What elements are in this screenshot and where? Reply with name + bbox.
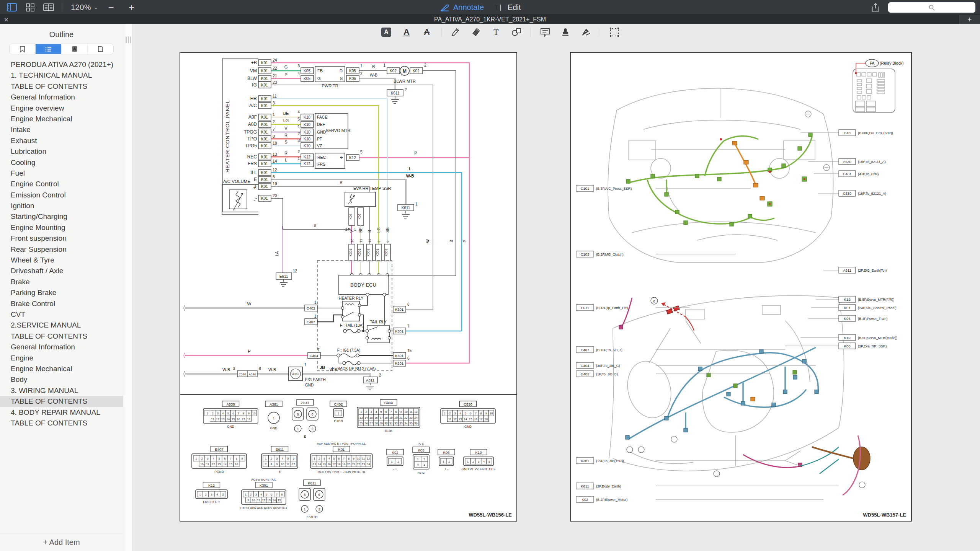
svg-text:REC FRS TP05 + - BLW VM IG: REC FRS TP05 + - BLW VM IG +B	[318, 470, 365, 474]
sidebar-item[interactable]: 3. WIRING MANUAL	[0, 385, 123, 396]
zoom-level-dropdown[interactable]: 120% ⌄	[71, 3, 98, 12]
sidebar-item[interactable]: Engine	[0, 353, 123, 364]
sidebar-item[interactable]: General Information	[0, 92, 123, 103]
pencil-tool-icon[interactable]	[449, 26, 462, 38]
sidebar-item[interactable]: Wheel & Tyre	[0, 255, 123, 266]
svg-text:14: 14	[273, 159, 277, 163]
tab-outline[interactable]	[36, 44, 62, 54]
sidebar-item[interactable]: 1. TECHNICAL MANUAL	[0, 70, 123, 81]
sidebar-item[interactable]: TABLE OF CONTENTS	[0, 331, 123, 342]
annotate-mode-button[interactable]: Annotate	[440, 3, 484, 12]
svg-text:(24P,A/C_Control_Panel): (24P,A/C_Control_Panel)	[858, 306, 896, 310]
zoom-in-button[interactable]: +	[124, 2, 139, 13]
tab-annotations[interactable]: A	[62, 44, 88, 54]
underline-tool[interactable]: A	[400, 26, 413, 38]
sidebar-item[interactable]: Lubrication	[0, 146, 123, 157]
sidebar-item[interactable]: TABLE OF CONTENTS	[0, 418, 123, 429]
sidebar-item[interactable]: Intake	[0, 124, 123, 135]
new-tab-button[interactable]: +	[959, 15, 980, 24]
sidebar-item[interactable]: Engine Mounting	[0, 222, 123, 233]
svg-text:M: M	[403, 68, 407, 74]
sidebar-item[interactable]: Engine Mechanical	[0, 114, 123, 124]
svg-text:K02: K02	[582, 497, 588, 502]
signature-tool-icon[interactable]	[580, 26, 592, 38]
pinout-connector: A6116162E	[292, 399, 318, 439]
shapes-tool-icon[interactable]	[510, 26, 523, 38]
search-input[interactable]	[888, 2, 975, 13]
svg-text:(Relay Block): (Relay Block)	[880, 61, 903, 65]
comment-tool-icon[interactable]	[539, 26, 551, 38]
svg-text:C402: C402	[334, 402, 343, 406]
close-tab-button[interactable]: ✕	[4, 17, 9, 23]
svg-text:A0D: A0D	[248, 122, 257, 127]
sidebar-item[interactable]: Parking Brake	[0, 287, 123, 298]
svg-text:K10: K10	[844, 336, 851, 340]
stamp-tool-icon[interactable]	[559, 26, 572, 38]
sidebar-item[interactable]: Engine overview	[0, 103, 123, 114]
sidebar-item[interactable]: Ignition	[0, 201, 123, 211]
sidebar-item[interactable]: Exhaust	[0, 135, 123, 146]
svg-text:3: 3	[217, 412, 219, 415]
sidebar-item[interactable]: 2.SERVICE MANUAL	[0, 320, 123, 331]
sidebar-item[interactable]: Front suspension	[0, 233, 123, 244]
svg-text:F : BACK UP NO.2 (7.5A): F : BACK UP NO.2 (7.5A)	[332, 367, 376, 371]
svg-text:11: 11	[362, 457, 365, 460]
svg-text:26: 26	[364, 422, 368, 425]
sidebar-item[interactable]: Emission Control	[0, 190, 123, 201]
sidebar-item[interactable]: Body	[0, 374, 123, 385]
pinout-connector: K0612+ -	[438, 449, 455, 471]
strikethrough-tool[interactable]: A	[421, 26, 433, 38]
sidebar-toggle-icon[interactable]	[5, 2, 18, 13]
svg-text:K01: K01	[261, 61, 268, 65]
sidebar-item[interactable]: Brake	[0, 277, 123, 287]
sidebar-item[interactable]: CVT	[0, 309, 123, 320]
sidebar-item[interactable]: Engine Mechanical	[0, 364, 123, 374]
svg-text:6: 6	[293, 457, 294, 460]
eraser-tool-icon[interactable]	[470, 26, 482, 38]
sidebar-item[interactable]: 4. BODY REPAIR MANUAL	[0, 407, 123, 418]
sidebar-item[interactable]: Fuel	[0, 168, 123, 179]
pinout-connector: K1212345FRS REC +	[196, 482, 227, 504]
svg-text:K10: K10	[304, 122, 310, 127]
sidebar-item[interactable]: TABLE OF CONTENTS	[0, 81, 123, 92]
svg-text:(B,68P,EFI_ECU(68P)): (B,68P,EFI_ECU(68P))	[858, 131, 893, 135]
sidebar-resize-handle[interactable]	[123, 24, 132, 551]
svg-text:BLW: BLW	[247, 76, 257, 81]
sidebar-item[interactable]: PERODUA ATIVA A270 (2021+)	[0, 59, 123, 70]
sidebar-item[interactable]: General Information	[0, 342, 123, 352]
svg-text:K01: K01	[261, 171, 268, 175]
svg-text:FRS REC +: FRS REC +	[203, 500, 220, 504]
sidebar-item[interactable]: Rear Suspension	[0, 244, 123, 255]
thumbnail-grid-icon[interactable]	[24, 2, 37, 13]
svg-text:K611: K611	[581, 484, 589, 488]
svg-text:C402: C402	[581, 372, 590, 376]
svg-text:5: 5	[273, 174, 275, 179]
svg-text:D S: D S	[418, 443, 423, 446]
highlight-format-tool[interactable]: A	[380, 26, 392, 38]
svg-text:15: 15	[407, 349, 412, 353]
select-area-tool-icon[interactable]	[608, 26, 621, 38]
zoom-out-button[interactable]: −	[104, 2, 119, 13]
sidebar-item[interactable]: Cooling	[0, 157, 123, 168]
svg-text:K12: K12	[349, 156, 356, 160]
sidebar-item[interactable]: TABLE OF CONTENTS	[0, 396, 123, 407]
sidebar-item[interactable]: Engine Control	[0, 179, 123, 189]
svg-text:C530: C530	[464, 402, 472, 406]
sidebar-item[interactable]: Brake Control	[0, 298, 123, 309]
wiring-diagram-page-1: HEATER CONTROL PANEL+BK0124VMK0122GBLWK0…	[180, 52, 517, 522]
edit-mode-button[interactable]: T Edit	[494, 3, 521, 12]
tab-bookmarks[interactable]	[10, 44, 36, 54]
sidebar-item[interactable]: Driveshaft / Axle	[0, 266, 123, 276]
svg-text:TAIL RLY: TAIL RLY	[370, 320, 387, 324]
svg-text:A530: A530	[249, 373, 256, 376]
share-icon[interactable]	[869, 2, 882, 13]
svg-text:V: V	[284, 126, 287, 130]
svg-text:17: 17	[379, 416, 382, 419]
two-page-view-icon[interactable]	[42, 2, 55, 13]
svg-text:5: 5	[218, 457, 220, 460]
text-tool[interactable]: T	[490, 26, 502, 38]
pen-icon	[440, 4, 449, 11]
tab-pages[interactable]	[88, 44, 113, 54]
sidebar-item[interactable]: Starting/Charging	[0, 211, 123, 222]
add-item-button[interactable]: + Add Item	[0, 533, 123, 551]
